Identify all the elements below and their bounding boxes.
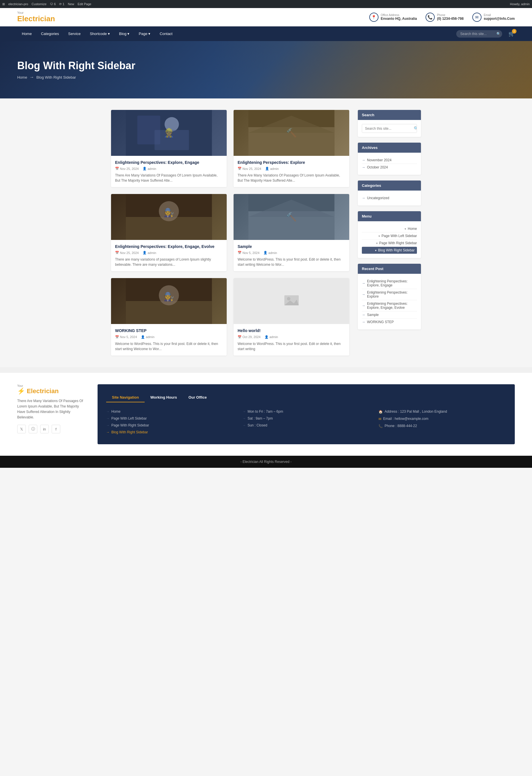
- arrow-icon: →: [242, 423, 246, 427]
- list-item[interactable]: → Home: [106, 408, 234, 415]
- footer-cols: → Home → Page With Left Sidebar → Page W…: [106, 408, 506, 436]
- office-value: Envanto HQ, Australia: [381, 17, 417, 21]
- footer-nav-active[interactable]: → Blog With Right Sidebar: [106, 429, 234, 436]
- nav-contact[interactable]: Contact: [155, 26, 177, 41]
- list-item[interactable]: → Enlightening Perspectives: Explore, En…: [362, 278, 417, 289]
- nav-home[interactable]: Home: [17, 26, 36, 41]
- facebook-icon[interactable]: f: [52, 425, 60, 433]
- list-item[interactable]: → Uncategorized: [362, 195, 417, 201]
- hero-title: Blog With Right Sidebar: [17, 60, 136, 72]
- top-info-bar: Your Electrician 📍 Office Address Envant…: [0, 8, 532, 26]
- list-item[interactable]: → November 2024: [362, 157, 417, 164]
- arrow-icon: →: [362, 196, 365, 200]
- archives-widget-body: → November 2024 → October 2024: [358, 153, 421, 175]
- post-image: [233, 278, 349, 324]
- post-title[interactable]: Sample: [237, 244, 345, 249]
- search-icon[interactable]: 🔍: [496, 32, 501, 36]
- logo[interactable]: Your Electrician: [17, 11, 55, 23]
- posts-grid: 👷 Enlightening Perspectives: Explore, En…: [111, 110, 349, 356]
- list-item[interactable]: → Enlightening Perspectives: Explore, En…: [362, 300, 417, 312]
- list-item[interactable]: → WORKING STEP: [362, 319, 417, 326]
- post-title[interactable]: Enlightening Perspectives: Explore: [237, 160, 345, 165]
- post-image: 🔨: [233, 110, 349, 156]
- menu-item-active[interactable]: ▾ Blog With Right Sidebar: [362, 247, 417, 254]
- menu-list: ▾ Home ▾ Page With Left Sidebar ▾ Page W…: [362, 225, 417, 254]
- archive-list: → November 2024 → October 2024: [362, 157, 417, 171]
- list-item[interactable]: → Page With Left Sidebar: [106, 415, 234, 422]
- search-widget-body: 🔍: [358, 120, 421, 137]
- list-item[interactable]: ▾ Page With Left Sidebar: [362, 232, 417, 240]
- footer-bottom: - Electrician All Rights Reserved -: [0, 456, 532, 468]
- footer-tab-office[interactable]: Our Office: [183, 393, 213, 402]
- list-item[interactable]: → Page With Right Sidebar: [106, 422, 234, 429]
- breadcrumb: Home → Blog With Right Sidebar: [17, 74, 136, 80]
- cart-icon[interactable]: 🛒 2: [509, 31, 515, 37]
- list-item[interactable]: → Enlightening Perspectives: Explore: [362, 289, 417, 300]
- menu-widget-title: Menu: [358, 211, 421, 221]
- list-item[interactable]: ▾ Home: [362, 225, 417, 232]
- twitter-icon[interactable]: 𝕏: [17, 425, 26, 433]
- footer-tab-navigation[interactable]: Site Navigation: [106, 393, 145, 402]
- email-info: ✉ Email support@Info.Com: [472, 13, 515, 22]
- sidebar-search-button[interactable]: 🔍: [411, 124, 417, 133]
- post-image: 🔨: [233, 194, 349, 240]
- new-link[interactable]: New: [68, 2, 74, 6]
- nav-shortcode[interactable]: Shortcode ▾: [85, 26, 115, 41]
- nav-service[interactable]: Service: [64, 26, 85, 41]
- edit-page-link[interactable]: Edit Page: [77, 2, 91, 6]
- post-excerpt: There Are Many Variations Of Passages Of…: [237, 173, 345, 183]
- category-list: → Uncategorized: [362, 195, 417, 201]
- linkedin-icon[interactable]: in: [40, 425, 49, 433]
- breadcrumb-home[interactable]: Home: [17, 75, 27, 79]
- updates-link[interactable]: ⟳ 1: [59, 2, 64, 6]
- post-card: 🧑‍🔧 WORKING STEP 📅 Nov 5, 2024 👤 admin W…: [111, 278, 227, 355]
- archives-widget-title: Archives: [358, 143, 421, 153]
- arrow-icon: →: [242, 409, 246, 413]
- hero-section: Blog With Right Sidebar Home → Blog With…: [0, 41, 532, 99]
- breadcrumb-current: Blog With Right Sidebar: [36, 75, 76, 79]
- list-item[interactable]: → Sample: [362, 312, 417, 319]
- nav-links: Home Categories Service Shortcode ▾ Blog…: [17, 26, 177, 41]
- arrow-icon: →: [362, 304, 365, 308]
- post-title[interactable]: Enlightening Perspectives: Explore, Enga…: [115, 244, 223, 249]
- recent-post-widget-title: Recent Post: [358, 264, 421, 274]
- instagram-icon[interactable]: ⓘ: [29, 425, 37, 433]
- post-image: 🧑‍🔧: [111, 194, 227, 240]
- nav-categories[interactable]: Categories: [36, 26, 64, 41]
- post-title[interactable]: WORKING STEP: [115, 328, 223, 333]
- archives-widget: Archives → November 2024 → October 2024: [358, 143, 421, 175]
- post-date: 📅 Nov 5, 2024: [237, 251, 259, 254]
- post-card: 🧑‍🔧 Enlightening Perspectives: Explore, …: [111, 194, 227, 271]
- search-widget: Search 🔍: [358, 110, 421, 137]
- categories-widget-title: Categories: [358, 181, 421, 191]
- site-name[interactable]: electrician-pro: [8, 2, 28, 6]
- arrow-icon: →: [106, 409, 110, 413]
- main-nav: Home Categories Service Shortcode ▾ Blog…: [0, 26, 532, 41]
- email-label: Email: [484, 13, 515, 17]
- list-item[interactable]: ▾ Page With Right Sidebar: [362, 240, 417, 247]
- footer-hours-col: → Mon to Fri : 7am – 6pm → Sat : 9am – 7…: [242, 408, 370, 436]
- post-image: 🧑‍🔧: [111, 278, 227, 324]
- comments-count[interactable]: 🗨 6: [50, 2, 56, 6]
- nav-blog[interactable]: Blog ▾: [115, 26, 134, 41]
- customize-link[interactable]: Customize: [32, 2, 46, 6]
- post-date: 📅 Nov 25, 2024: [115, 251, 139, 254]
- footer-tab-hours[interactable]: Working Hours: [145, 393, 183, 402]
- nav-search-input[interactable]: [460, 32, 495, 36]
- menu-widget-body: ▾ Home ▾ Page With Left Sidebar ▾ Page W…: [358, 221, 421, 258]
- arrow-icon: →: [362, 313, 365, 317]
- post-author: 👤 admin: [143, 167, 156, 171]
- arrow-icon: →: [106, 423, 110, 427]
- footer-desc: There Are Many Variations Of Passages Of…: [17, 398, 86, 420]
- nav-page[interactable]: Page ▾: [134, 26, 155, 41]
- post-title[interactable]: Enlightening Perspectives: Explore, Enga…: [115, 160, 223, 165]
- footer-logo-your: Your: [17, 384, 86, 387]
- footer-office-col: 🏠 Address : 123 Pal Mall , London Englan…: [378, 408, 506, 436]
- list-item[interactable]: → October 2024: [362, 164, 417, 171]
- recent-post-widget-body: → Enlightening Perspectives: Explore, En…: [358, 274, 421, 330]
- hero-bg: [213, 41, 532, 99]
- categories-widget-body: → Uncategorized: [358, 191, 421, 205]
- post-title[interactable]: Hello world!: [237, 328, 345, 333]
- post-author: 👤 admin: [265, 167, 279, 171]
- sidebar-search-input[interactable]: [362, 125, 411, 133]
